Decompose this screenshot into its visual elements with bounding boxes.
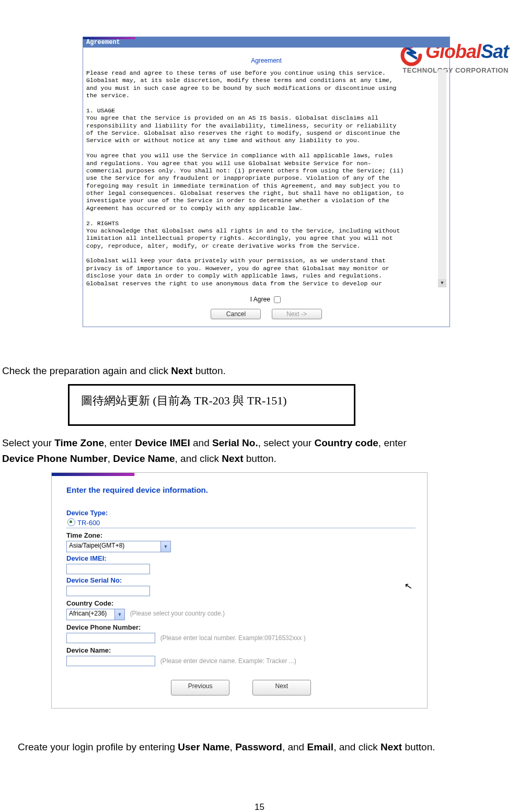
agreement-text[interactable]: Please read and agree to these terms of … [86,69,446,287]
serial-label: Device Serial No: [66,576,416,584]
timezone-select[interactable]: Asia/Taipei(GMT+8) ▼ [66,541,171,552]
previous-button[interactable]: Previous [171,680,229,695]
agree-checkbox[interactable] [274,296,281,303]
imei-input[interactable] [66,564,150,574]
instruction-login-profile: Create your login profile by entering Us… [16,740,519,755]
country-hint: (Please select your country code.) [130,610,225,617]
timezone-value: Asia/Taipei(GMT+8) [69,542,124,549]
serial-input[interactable] [66,586,150,596]
country-value: African(+236) [69,610,107,617]
device-type-value: TR-600 [77,519,100,527]
device-name-hint: (Please enter device name. Example: Trac… [160,657,296,665]
placeholder-note-text: 圖待網站更新 (目前為 TR-203 與 TR-151) [81,394,287,407]
agreement-title: Agreement [83,48,449,68]
agreement-tab-label: Agreement [86,39,120,46]
logo-mark-icon [400,44,422,66]
device-type-label: Device Type: [66,509,416,517]
timezone-label: Time Zone: [66,531,416,539]
agreement-screenshot: Agreement Agreement ▲ Please read and ag… [83,37,450,327]
cancel-button[interactable]: Cancel [211,309,261,319]
page-number: 15 [0,802,519,812]
country-label: Country Code: [66,599,416,607]
chevron-down-icon: ▼ [160,541,170,552]
instruction-check-next: Check the preparation again and click Ne… [0,364,519,378]
agreement-tab: Agreement [83,37,449,48]
scroll-down-icon[interactable]: ▼ [438,279,446,287]
imei-label: Device IMEI: [66,554,416,562]
country-select[interactable]: African(+236) ▼ [66,609,125,620]
next-button[interactable]: Next -> [272,309,322,319]
chevron-down-icon: ▼ [114,609,124,620]
phone-hint: (Please enter local number. Example:0971… [160,634,306,642]
device-name-input[interactable] [66,656,155,666]
agree-label: I Agree [250,296,270,303]
instruction-device-info: Select your Time Zone, enter Device IMEI… [0,435,519,466]
phone-input[interactable] [66,633,155,643]
device-name-label: Device Name: [66,646,416,654]
device-lead-text: Enter the required device information. [66,485,416,494]
radio-selected-icon [67,518,75,526]
phone-label: Device Phone Number: [66,623,416,631]
next-button[interactable]: Next [252,680,311,695]
placeholder-note-box: 圖待網站更新 (目前為 TR-203 與 TR-151) [68,384,355,426]
device-info-screenshot: Enter the required device information. D… [51,472,428,709]
device-type-option[interactable]: TR-600 [67,518,416,527]
